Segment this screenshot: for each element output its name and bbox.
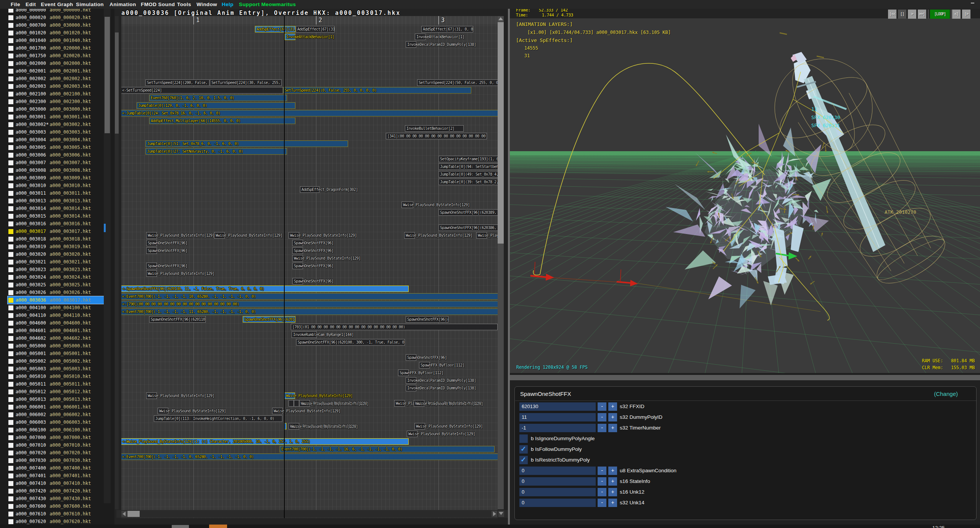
anim-list-row[interactable]: a000_007430a000_007430.hkt — [8, 495, 105, 502]
anim-list-row[interactable]: a000_003020a000_003020.hkt — [8, 250, 105, 258]
anim-list-row[interactable]: a000_007401a000_007401.hkt — [8, 472, 105, 480]
timeline-event-box[interactable]: SpawnFFX_ByFloor[112] — [398, 370, 409, 376]
anim-list-row[interactable]: a000_003007a000_003007.hkt — [8, 159, 105, 166]
anim-checkbox[interactable] — [8, 31, 13, 36]
field-decrement-button[interactable]: - — [598, 488, 606, 496]
menu-item-support-meowmaritus[interactable]: Support Meowmaritus — [239, 2, 296, 7]
timeline-event-box[interactable]: SpawnOneShotFFX[96] — [406, 354, 416, 361]
anim-list-row[interactable]: a000_004601a000_004601.hkt — [8, 327, 105, 334]
anim-list-row[interactable]: a000_003005a000_003005.hkt — [8, 144, 105, 151]
timeline-vscroll-up-icon[interactable] — [498, 17, 503, 20]
timeline-event-box[interactable]: AddSpEffect[67](31, 0, 0, 0) — [255, 26, 295, 32]
anim-list-row[interactable]: a000_000000a000_000000.hkt — [8, 9, 105, 14]
anim-checkbox[interactable] — [8, 428, 13, 433]
anim-list-row[interactable]: a000_002000a000_002000.hkt — [8, 60, 105, 67]
timeline-event-box[interactable]: Event700[700](-1, -1, -1, -1, 16, 6, -1,… — [280, 446, 495, 452]
menu-item-simulation[interactable]: Simulation — [76, 2, 104, 7]
timeline-event-box[interactable]: InvokeBulletBehavior[2] — [405, 125, 464, 132]
timeline-event-box[interactable]: [341](00 00 00 00 00 00 00 00 00 00 00 0… — [386, 133, 487, 139]
timeline-hscroll-left-button[interactable] — [121, 511, 127, 517]
field-input[interactable]: 620130 — [519, 402, 596, 411]
anim-list-row[interactable]: a000_003036a000_003017.hkt — [8, 296, 105, 304]
anim-checkbox[interactable] — [8, 267, 13, 272]
anim-list-row[interactable]: a000_007400a000_007400.hkt — [8, 464, 105, 472]
anim-list-scrollbar-thumb[interactable] — [105, 17, 110, 133]
anim-list-row[interactable]: a000_003026a000_003026.hkt — [8, 289, 105, 296]
anim-list-row[interactable]: a000_005000a000_005000.hkt — [8, 342, 105, 350]
anim-list-row[interactable]: a000_007620a000_007620.hkt — [8, 518, 105, 525]
timeline-event-box[interactable]: Wwise_PlaySound_ByStateInfo[129] — [146, 232, 157, 239]
taskbar-icon-active[interactable] — [209, 525, 227, 528]
anim-checkbox[interactable] — [8, 351, 13, 356]
timeline-event-box[interactable]: InvokeAttackBehavior[1] — [285, 34, 295, 40]
timeline-hscrollbar-thumb[interactable] — [127, 511, 140, 517]
timeline-event-box[interactable] — [294, 400, 299, 407]
anim-list-row[interactable]: a000_003018a000_003018.hkt — [8, 235, 105, 243]
anim-checkbox[interactable] — [8, 481, 13, 486]
anim-checkbox[interactable] — [8, 23, 13, 28]
anim-list-row[interactable]: a000_003017a000_003017.hkt — [8, 228, 105, 235]
field-input[interactable]: -1 — [519, 424, 596, 432]
field-decrement-button[interactable]: - — [598, 477, 606, 486]
anim-checkbox[interactable] — [8, 38, 13, 43]
anim-list-row[interactable]: a000_003008a000_003008.hkt — [8, 166, 105, 174]
menu-item-event-graph[interactable]: Event Graph — [41, 2, 73, 7]
timeline-event-box[interactable]: SpawnOneShotFFX[96] — [146, 263, 157, 269]
timeline-event-box[interactable]: AddSpEffect[67](31, 0, 0, 0) — [296, 26, 335, 32]
anim-checkbox[interactable] — [8, 176, 13, 181]
field-decrement-button[interactable]: - — [598, 467, 606, 475]
timeline-event-box[interactable]: Wwise_PlaySound_ByStateInfo[129]Wwise_Pl… — [289, 423, 299, 430]
field-increment-button[interactable]: + — [608, 477, 617, 486]
anim-checkbox[interactable] — [8, 99, 13, 104]
anim-checkbox[interactable] — [8, 328, 13, 333]
anim-checkbox[interactable] — [8, 214, 13, 219]
field-increment-button[interactable]: + — [608, 424, 617, 432]
anim-list-row[interactable]: a000_003023a000_003023.hkt — [8, 266, 105, 273]
anim-checkbox[interactable] — [8, 405, 13, 410]
field-decrement-button[interactable]: - — [598, 499, 606, 507]
anim-checkbox[interactable] — [8, 9, 13, 13]
timeline-event-box[interactable]: SetTurnSpeed[224](50, False, 255, 0, 0, … — [417, 79, 498, 86]
anim-checkbox[interactable] — [8, 374, 13, 379]
timeline-event-box[interactable]: <-SpawnOneShotFFX[96](620130, 11, -1, Fa… — [121, 286, 409, 292]
anim-list-row[interactable]: a000_003014a000_003014.hkt — [8, 205, 105, 212]
anim-list-row[interactable]: a000_002300a000_002300.hkt — [8, 98, 105, 105]
anim-list-row[interactable]: a000_007030a000_007030.hkt — [8, 457, 105, 464]
anim-list-row[interactable]: a000_003010a000_003010.hkt — [8, 182, 105, 189]
timeline-event-box[interactable]: SpawnOneShotFFX[96](620386, 300, -1, Tru… — [438, 224, 498, 231]
taskbar-icon[interactable] — [172, 525, 189, 528]
anim-list-row[interactable]: a000_000700a000_030000.hkt — [8, 21, 105, 29]
timeline-event-box[interactable]: AddSpEffect_DragonForm[302] — [300, 186, 319, 193]
anim-list-row[interactable]: a000_003024a000_003024.hkt — [8, 273, 105, 281]
timeline-event-box[interactable]: JumpTable[0](129, 0, -1, 6, 0, 0) — [137, 102, 295, 109]
anim-list-row[interactable]: a000_007600a000_007600.hkt — [8, 502, 105, 510]
anim-checkbox[interactable] — [8, 435, 13, 440]
anim-checkbox[interactable] — [8, 275, 13, 280]
menu-item-tools[interactable]: Tools — [177, 2, 191, 7]
anim-list-row[interactable]: a000_003002*a000_003002.hkt — [8, 121, 105, 128]
anim-list-row[interactable]: a000_001750a000_020020.hkt — [8, 52, 105, 60]
field-decrement-button[interactable]: - — [598, 424, 606, 432]
timeline-event-box[interactable]: SpawnOneShotFFX[96] — [292, 263, 303, 269]
anim-list-row[interactable]: a000_002100a000_002100.hkt — [8, 90, 105, 98]
timeline-event-box[interactable]: Wwise_PlaySound_ByStateInfo[129] — [414, 423, 425, 430]
timeline-event-box[interactable]: SpawnFFX_ByFloor[112] — [419, 362, 430, 368]
timeline-event-box[interactable]: InvokeDecalParamID_DummyPoly[138] — [406, 385, 416, 391]
timeline-event-box[interactable]: SetOpacityKeyframe[193](1, 0) — [438, 156, 498, 162]
anim-checkbox[interactable] — [8, 76, 13, 81]
timeline-vscroll-down-button[interactable] — [498, 511, 504, 517]
anim-list-row[interactable]: a000_005011a000_005011.hkt — [8, 380, 105, 388]
timeline-event-box[interactable]: JumpTable[0](49: Set_0x78_4, 0, -1, 6, 0… — [438, 171, 498, 178]
anim-list-row[interactable]: a000_005010a000_005010.hkt — [8, 373, 105, 380]
playback-button-prev-frame[interactable]: <| — [952, 10, 961, 19]
timeline-event-box[interactable]: <-SetTurnSpeed[224] — [121, 87, 283, 94]
anim-list-row[interactable]: a000_001020a000_001020.hkt — [8, 29, 105, 37]
anim-checkbox[interactable] — [8, 290, 13, 295]
timeline-event-box[interactable]: <-Event700[700](-1, -1, -1, -1, 0, 65280… — [121, 454, 498, 460]
anim-checkbox[interactable] — [8, 46, 13, 51]
field-decrement-button[interactable]: - — [598, 402, 606, 411]
anim-list-row[interactable]: a000_003001a000_003001.hkt — [8, 113, 105, 121]
timeline-event-box[interactable]: SetTurnSpeed[224](0, False, 255, 0, 0, 0… — [283, 87, 471, 94]
menu-item-animation[interactable]: Animation — [110, 2, 136, 7]
timeline-event-box[interactable]: InvokeDecalParamID_DummyPoly[138] — [406, 377, 416, 384]
